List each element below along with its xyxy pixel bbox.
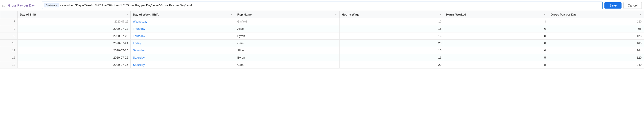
cell-rep: Byron	[235, 54, 339, 61]
cell-day-shift: 2020-07-22	[18, 18, 131, 25]
col-header-hours[interactable]: Hours Worked ▼	[444, 11, 548, 18]
cell-dow-shift: Saturday	[131, 54, 235, 61]
table-row: 102020-07-24FridayCam208160	[0, 40, 644, 47]
cell-rep: Cam	[235, 61, 339, 68]
table-row: 122020-07-25SaturdayByron165120	[0, 54, 644, 61]
cell-rownum: 8	[0, 25, 18, 32]
sort-icon-dow-shift[interactable]: ▼	[230, 13, 233, 16]
cell-rep: Alice	[235, 47, 339, 54]
cell-hourly: 20	[339, 61, 444, 68]
custom-tag-close[interactable]: ×	[56, 4, 58, 7]
cell-rownum: 13	[0, 61, 18, 68]
sort-icon-hourly[interactable]: ▼	[439, 13, 442, 16]
custom-tag[interactable]: Custom ×	[44, 3, 59, 8]
cell-rownum: 12	[0, 54, 18, 61]
cell-rep: Cam	[235, 40, 339, 47]
cell-dow-shift: Friday	[131, 40, 235, 47]
cell-hours: 5	[444, 54, 548, 61]
cell-hourly: 16	[339, 25, 444, 32]
cell-dow-shift: Saturday	[131, 61, 235, 68]
table-row-partial: 7 2020-07-22 Wednesday Garfield 10 8 120	[0, 18, 644, 25]
cell-dow-shift: Wednesday	[131, 18, 235, 25]
cell-rownum: 11	[0, 47, 18, 54]
formula-field-name: Gross Pay per Day	[8, 4, 35, 7]
cell-day-shift: 2020-07-25	[18, 47, 131, 54]
cell-rownum: 9	[0, 32, 18, 40]
cell-rep: Garfield	[235, 18, 339, 25]
table-row: 82020-07-23ThursdayAlice16696	[0, 25, 644, 32]
formula-input-wrapper[interactable]: Custom ×	[42, 2, 603, 9]
cell-rownum: 10	[0, 40, 18, 47]
cell-dow-shift: Thursday	[131, 25, 235, 32]
cell-dow-shift: Thursday	[131, 32, 235, 40]
cell-day-shift: 2020-07-23	[18, 25, 131, 32]
cell-hours: 8	[444, 18, 548, 25]
cell-rep: Byron	[235, 32, 339, 40]
cell-day-shift: 2020-07-25	[18, 54, 131, 61]
cell-hours: 6	[444, 47, 548, 54]
sort-icon-day-shift[interactable]: ▼	[126, 13, 128, 16]
col-header-gross[interactable]: Gross Pay per Day ▼	[548, 11, 644, 18]
cancel-button[interactable]: Cancel	[623, 2, 642, 9]
col-header-dow-shift[interactable]: Day of Week: Shift ▼	[131, 11, 235, 18]
cell-gross: 160	[548, 40, 644, 47]
cell-hours: 8	[444, 40, 548, 47]
cell-hours: 6	[444, 25, 548, 32]
cell-gross: 128	[548, 32, 644, 40]
table-row: 132020-07-25SaturdayCam208240	[0, 61, 644, 68]
cell-rep: Alice	[235, 25, 339, 32]
table-row: 92020-07-23ThursdayByron168128	[0, 32, 644, 40]
cell-day-shift: 2020-07-24	[18, 40, 131, 47]
save-button[interactable]: Save	[604, 2, 622, 9]
cell-day-shift: 2020-07-25	[18, 61, 131, 68]
data-table: Day of Shift ▼ Day of Week: Shift ▼ Rep …	[0, 11, 644, 68]
cell-dow-shift: Saturday	[131, 47, 235, 54]
cell-hourly: 16	[339, 54, 444, 61]
cell-gross: 240	[548, 61, 644, 68]
col-header-hourly[interactable]: Hourly Wage ▼	[339, 11, 444, 18]
col-header-rep[interactable]: Rep Name ▼	[235, 11, 339, 18]
col-header-row	[0, 11, 18, 18]
cell-gross: 96	[548, 25, 644, 32]
cell-rownum: 7	[0, 18, 18, 25]
cell-hourly: 10	[339, 18, 444, 25]
cell-gross: 144	[548, 47, 644, 54]
cell-day-shift: 2020-07-23	[18, 32, 131, 40]
cell-hourly: 16	[339, 47, 444, 54]
sort-icon-hours[interactable]: ▼	[544, 13, 546, 16]
formula-bar: fx Gross Pay per Day = Custom × Save Can…	[0, 0, 644, 11]
sort-icon-rep[interactable]: ▼	[335, 13, 337, 16]
fx-icon: fx	[2, 4, 6, 7]
cell-hourly: 20	[339, 40, 444, 47]
formula-equals: =	[36, 4, 40, 7]
table-row: 112020-07-25SaturdayAlice166144	[0, 47, 644, 54]
data-table-wrapper: Day of Shift ▼ Day of Week: Shift ▼ Rep …	[0, 11, 644, 68]
cell-hours: 8	[444, 32, 548, 40]
col-header-day-shift[interactable]: Day of Shift ▼	[18, 11, 131, 18]
custom-tag-label: Custom	[46, 4, 55, 7]
cell-gross: 120	[548, 54, 644, 61]
formula-input[interactable]	[60, 4, 600, 7]
cell-hours: 8	[444, 61, 548, 68]
sort-icon-gross[interactable]: ▼	[639, 13, 642, 16]
cell-hourly: 16	[339, 32, 444, 40]
cell-gross: 120	[548, 18, 644, 25]
